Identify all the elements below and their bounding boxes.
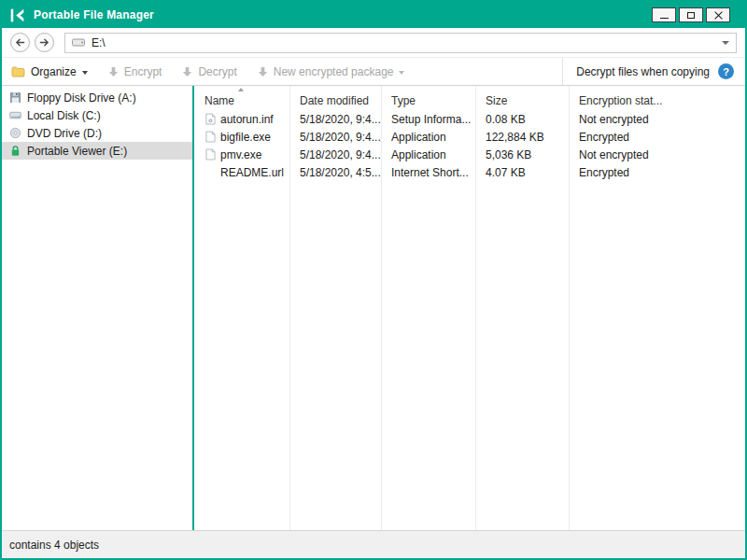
column-header-name[interactable]: Name <box>194 89 289 107</box>
file-date-modified: 5/18/2020, 9:4... <box>289 131 381 144</box>
file-type: Application <box>381 131 475 144</box>
file-size: 0.08 KB <box>475 113 569 126</box>
column-separator <box>289 86 290 530</box>
sidebar-item-label: Floppy Disk Drive (A:) <box>27 91 136 105</box>
column-separator <box>475 86 476 530</box>
minimize-button[interactable] <box>652 7 676 22</box>
file-encryption-status: Encrypted <box>569 131 745 144</box>
sidebar-item-label: Local Disk (C:) <box>27 109 101 122</box>
help-button[interactable]: ? <box>718 63 734 79</box>
close-button[interactable] <box>706 7 730 22</box>
new-encrypted-package-button[interactable]: New encrypted package <box>258 65 405 78</box>
address-value: E:\ <box>92 36 106 49</box>
folder-icon <box>11 66 25 77</box>
close-icon <box>714 11 723 20</box>
organize-button[interactable]: Organize <box>11 65 88 78</box>
sidebar-item-label: DVD Drive (D:) <box>27 127 102 140</box>
file-size: 122,884 KB <box>475 131 569 144</box>
decrypt-label: Decrypt <box>198 65 236 78</box>
toolbar-right: Decrypt files when copying ? <box>562 58 745 85</box>
drive-icon <box>72 38 85 47</box>
sidebar-item-local-disk-c[interactable]: Local Disk (C:) <box>2 106 192 124</box>
hard-disk-icon <box>8 109 21 121</box>
file-name: pmv.exe <box>220 148 261 161</box>
file-date-modified: 5/18/2020, 9:4... <box>289 113 381 126</box>
file-date-modified: 5/18/2020, 9:4... <box>289 148 381 161</box>
sidebar-item-floppy-a[interactable]: Floppy Disk Drive (A:) <box>2 89 192 106</box>
title-bar: Portable File Manager <box>2 2 745 28</box>
chevron-down-icon <box>82 71 88 75</box>
column-header-type[interactable]: Type <box>381 89 475 107</box>
file-type: Internet Short... <box>381 166 475 179</box>
main-area: Floppy Disk Drive (A:) Local Disk (C:) <box>2 86 745 530</box>
file-name: bigfile.exe <box>220 131 271 144</box>
minimize-icon <box>660 18 669 19</box>
arrow-left-icon <box>15 37 25 48</box>
sidebar-item-portable-viewer-e[interactable]: Portable Viewer (E:) <box>2 142 192 160</box>
file-name: README.url <box>220 166 284 179</box>
file-row-pmv-exe[interactable]: pmv.exe 5/18/2020, 9:4... Application 5,… <box>194 146 745 163</box>
organize-label: Organize <box>31 65 77 78</box>
application-file-icon <box>204 148 216 161</box>
column-header-date-modified[interactable]: Date modified <box>289 89 381 107</box>
decrypt-when-copying-label: Decrypt files when copying <box>576 65 710 78</box>
window-controls <box>652 7 738 22</box>
file-row-autorun-inf[interactable]: autorun.inf 5/18/2020, 9:4... Setup Info… <box>194 110 745 128</box>
dvd-drive-icon <box>8 127 21 139</box>
column-separator <box>381 86 382 530</box>
column-separator <box>569 86 570 530</box>
lock-icon <box>8 145 21 157</box>
address-history-dropdown[interactable] <box>722 41 729 45</box>
file-encryption-status: Not encrypted <box>569 113 745 126</box>
sort-ascending-icon <box>238 88 244 91</box>
list-header: Name Date modified Type Size Encryption … <box>194 86 745 110</box>
down-arrow-icon <box>108 66 119 77</box>
down-arrow-icon <box>258 66 268 77</box>
file-list: Name Date modified Type Size Encryption … <box>194 86 745 530</box>
new-encrypted-package-label: New encrypted package <box>274 65 394 78</box>
status-text: contains 4 objects <box>9 539 99 552</box>
window-title: Portable File Manager <box>34 8 154 21</box>
navigation-bar: E:\ <box>2 28 745 58</box>
file-type: Setup Informa... <box>381 113 475 126</box>
column-header-encryption-status[interactable]: Encryption stat... <box>569 89 745 107</box>
file-type: Application <box>381 148 475 161</box>
file-size: 5,036 KB <box>475 148 569 161</box>
portable-file-manager-window: Portable File Manager E:\ <box>0 0 747 560</box>
floppy-drive-icon <box>8 91 21 104</box>
encrypt-button[interactable]: Encrypt <box>108 65 162 78</box>
file-encryption-status: Encrypted <box>569 166 745 179</box>
file-encryption-status: Not encrypted <box>569 148 745 161</box>
chevron-down-icon <box>399 71 404 75</box>
down-arrow-icon <box>182 66 192 77</box>
drive-tree-sidebar: Floppy Disk Drive (A:) Local Disk (C:) <box>2 86 194 530</box>
application-file-icon <box>204 131 216 143</box>
address-bar[interactable]: E:\ <box>64 33 737 53</box>
arrow-right-icon <box>39 37 49 48</box>
question-mark-icon: ? <box>723 66 729 77</box>
file-row-readme-url[interactable]: README.url 5/18/2020, 4:5... Internet Sh… <box>194 163 745 181</box>
kaspersky-logo-icon <box>9 7 25 23</box>
back-button[interactable] <box>10 33 30 52</box>
file-name: autorun.inf <box>220 113 274 126</box>
decrypt-button[interactable]: Decrypt <box>182 65 236 78</box>
toolbar-left: Organize Encrypt Decrypt New encrypted <box>2 58 414 85</box>
file-row-bigfile-exe[interactable]: bigfile.exe 5/18/2020, 9:4... Applicatio… <box>194 128 745 146</box>
file-size: 4.07 KB <box>475 166 569 179</box>
status-bar: contains 4 objects <box>2 530 745 558</box>
maximize-button[interactable] <box>679 7 703 22</box>
maximize-icon <box>687 12 695 19</box>
forward-button[interactable] <box>35 33 54 52</box>
column-header-size[interactable]: Size <box>475 89 569 107</box>
setup-file-icon <box>204 113 216 125</box>
sidebar-item-dvd-drive-d[interactable]: DVD Drive (D:) <box>2 124 192 142</box>
toolbar: Organize Encrypt Decrypt New encrypted <box>2 58 745 86</box>
encrypt-label: Encrypt <box>124 65 162 78</box>
sidebar-item-label: Portable Viewer (E:) <box>27 145 127 158</box>
file-date-modified: 5/18/2020, 4:5... <box>289 166 381 179</box>
